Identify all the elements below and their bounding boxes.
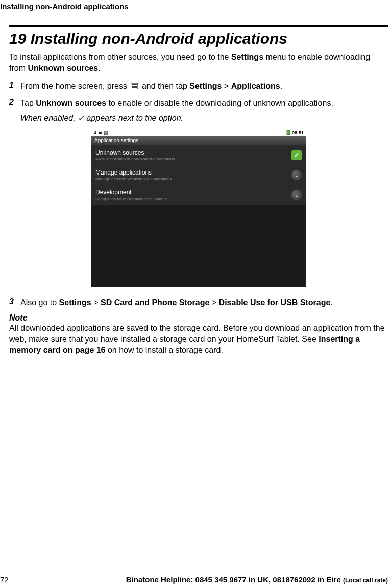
setting-text: Development Set options for application … [95, 189, 167, 201]
setting-row-development[interactable]: Development Set options for application … [91, 185, 306, 205]
setting-text: Unknown sources Allow installation of no… [95, 149, 175, 161]
checkbox-checked-icon[interactable]: ✓ [291, 150, 302, 160]
screenshot-empty-area [91, 205, 306, 287]
svg-rect-5 [288, 130, 289, 130]
note-text: on how to install a storage card. [106, 346, 223, 354]
chevron-down-icon[interactable]: ⌄ [291, 170, 302, 180]
step-number: 1 [9, 81, 20, 92]
checkmark-icon: ✓ [78, 114, 84, 122]
setting-row-manage-applications[interactable]: Manage applications Manage and remove in… [91, 165, 306, 185]
helpline-text: Binatone Helpline: 0845 345 9677 in UK, … [18, 575, 388, 584]
note-body: All downloaded applications are saved to… [9, 323, 388, 356]
page-number: 72 [0, 575, 18, 584]
chapter-title: 19 Installing non-Android applications [9, 30, 388, 47]
applications-keyword: Applications [231, 82, 280, 90]
helpline-rate: (Local call rate) [343, 577, 388, 584]
step-text: From the home screen, press [20, 82, 129, 90]
setting-title: Manage applications [95, 169, 172, 176]
status-left-icons: ⬇ ☯ ▤ [93, 130, 108, 135]
menu-icon [131, 81, 138, 92]
status-bar: ⬇ ☯ ▤ 08:51 [91, 129, 306, 136]
android-screenshot: ⬇ ☯ ▤ 08:51 Application settings Unknown… [91, 129, 306, 287]
app-title-bar: Application settings [91, 136, 306, 145]
clock-text: 08:51 [292, 130, 304, 135]
chapter-number: 19 [9, 30, 26, 47]
sd-icon: ▤ [104, 130, 108, 135]
sync-icon: ☯ [99, 130, 103, 135]
note-text: When enabled, [20, 114, 78, 122]
step-text: and then tap [142, 82, 189, 90]
settings-keyword: Settings [231, 53, 263, 61]
step-number: 2 [9, 97, 20, 109]
setting-subtitle: Allow installation of non-Market applica… [95, 157, 175, 161]
step-number: 3 [9, 297, 20, 308]
download-icon: ⬇ [93, 130, 97, 135]
intro-paragraph: To install applications from other sourc… [9, 52, 388, 74]
breadcrumb-separator: > [222, 82, 231, 90]
status-right: 08:51 [286, 130, 304, 136]
step-2-note: When enabled, ✓ appears next to the opti… [20, 113, 388, 123]
page-content: 19 Installing non-Android applications T… [0, 25, 391, 356]
breadcrumb-separator: > [91, 298, 101, 307]
note-text: appears next to the option. [84, 114, 183, 122]
unknown-sources-keyword: Unknown sources [36, 99, 106, 107]
step-3: 3 Also go to Settings > SD Card and Phon… [9, 297, 388, 308]
helpline-main: Binatone Helpline: 0845 345 9677 in UK, … [126, 575, 343, 584]
disable-usb-keyword: Disable Use for USB Storage [219, 298, 331, 307]
settings-keyword: Settings [189, 82, 222, 90]
step-2: 2 Tap Unknown sources to enable or disab… [9, 97, 388, 109]
step-body: From the home screen, press and then tap… [20, 81, 282, 92]
intro-text: To install applications from other sourc… [9, 53, 231, 61]
screenshot-figure: ⬇ ☯ ▤ 08:51 Application settings Unknown… [9, 126, 388, 290]
setting-subtitle: Manage and remove installed applications [95, 177, 172, 181]
running-header: Installing non-Android applications [0, 0, 391, 11]
battery-icon [286, 130, 290, 136]
setting-row-unknown-sources[interactable]: Unknown sources Allow installation of no… [91, 145, 306, 165]
step-body: Tap Unknown sources to enable or disable… [20, 97, 333, 109]
section-rule [9, 25, 388, 27]
setting-title: Development [95, 189, 167, 196]
step-1: 1 From the home screen, press and then t… [9, 81, 388, 92]
step-body: Also go to Settings > SD Card and Phone … [20, 297, 333, 308]
intro-text: . [98, 64, 100, 72]
step-text: Also go to [20, 298, 59, 307]
setting-text: Manage applications Manage and remove in… [95, 169, 172, 181]
chevron-down-icon[interactable]: ⌄ [291, 190, 302, 200]
unknown-sources-keyword: Unknown sources [28, 64, 98, 72]
step-text: . [330, 298, 332, 307]
step-text: Tap [20, 99, 36, 107]
step-text: . [280, 82, 282, 90]
chapter-name: Installing non-Android applications [31, 30, 287, 47]
svg-rect-4 [287, 130, 290, 135]
step-text: to enable or disable the downloading of … [106, 99, 333, 107]
sd-card-keyword: SD Card and Phone Storage [101, 298, 209, 307]
breadcrumb-separator: > [209, 298, 218, 307]
page-footer: 72 Binatone Helpline: 0845 345 9677 in U… [0, 575, 391, 584]
setting-title: Unknown sources [95, 149, 175, 156]
settings-keyword: Settings [59, 298, 91, 307]
note-label: Note [9, 313, 388, 323]
setting-subtitle: Set options for application development [95, 197, 167, 201]
